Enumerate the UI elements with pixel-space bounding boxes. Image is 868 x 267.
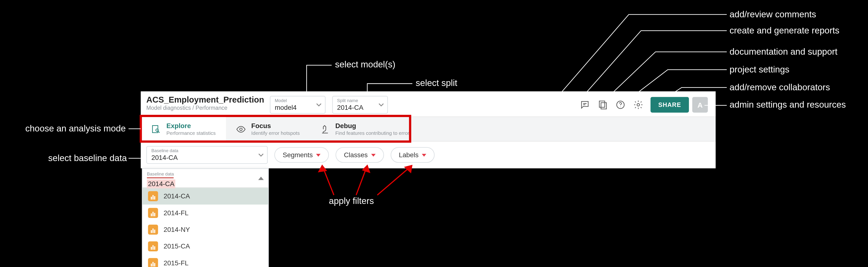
dropdown-option[interactable]: 2014-NY <box>143 221 268 238</box>
model-selector-value: model4 <box>275 104 310 111</box>
tab-focus[interactable]: Focus Identify error hotspots <box>226 117 310 141</box>
classes-label: Classes <box>344 151 368 159</box>
comments-button[interactable] <box>576 96 594 114</box>
tab-focus-title: Focus <box>251 122 300 130</box>
annotation-admin: admin settings and resources <box>730 100 846 110</box>
explore-icon <box>151 124 161 134</box>
help-button[interactable] <box>612 96 629 114</box>
avatar-initial: A <box>698 101 703 109</box>
avatar-button[interactable]: A <box>692 97 708 113</box>
split-selector-label: Split name <box>337 98 373 104</box>
analysis-mode-tabs: Explore Performance statistics Focus Ide… <box>141 117 716 141</box>
labels-filter[interactable]: Labels <box>391 147 435 163</box>
tab-explore-subtitle: Performance statistics <box>166 130 216 136</box>
annotation-select-split: select split <box>415 78 499 88</box>
chevron-down-icon <box>378 102 384 108</box>
split-selector-value: 2014-CA <box>337 104 373 111</box>
dropdown-option-label: 2015-FL <box>164 259 188 267</box>
model-selector-label: Model <box>275 98 310 104</box>
caret-down-icon <box>316 154 321 157</box>
dataset-icon <box>148 224 158 235</box>
dropdown-option[interactable]: 2015-FL <box>143 255 268 267</box>
segments-label: Segments <box>283 151 313 159</box>
app-panel: ACS_Employment_Prediction Model diagnost… <box>141 91 716 168</box>
svg-point-4 <box>637 104 640 106</box>
baseline-dropdown-label: Baseline data <box>147 172 174 179</box>
dataset-icon <box>148 191 158 201</box>
svg-line-14 <box>377 166 412 195</box>
baseline-dropdown-header[interactable]: Baseline data 2014-CA <box>143 169 268 188</box>
model-selector[interactable]: Model model4 <box>270 96 326 114</box>
tab-explore-title: Explore <box>166 122 216 130</box>
annotation-comments: add/review comments <box>730 9 816 20</box>
header-bar: ACS_Employment_Prediction Model diagnost… <box>141 91 716 117</box>
tab-explore[interactable]: Explore Performance statistics <box>141 117 226 141</box>
split-selector[interactable]: Split name 2014-CA <box>332 96 388 114</box>
chevron-up-icon <box>258 177 264 180</box>
eye-icon <box>236 124 246 134</box>
baseline-dropdown-value: 2014-CA <box>147 179 176 188</box>
annotation-reports: create and generate reports <box>730 26 839 36</box>
baseline-value: 2014-CA <box>151 154 253 162</box>
share-button-label: SHARE <box>658 101 681 108</box>
tab-debug[interactable]: Debug Find features contributing to erro… <box>310 117 419 141</box>
chevron-down-icon <box>316 102 321 108</box>
dataset-icon <box>148 208 158 218</box>
title-block: ACS_Employment_Prediction Model diagnost… <box>146 95 264 111</box>
dropdown-option-label: 2015-CA <box>164 242 190 250</box>
caret-down-icon <box>371 154 375 157</box>
svg-point-7 <box>240 128 242 130</box>
annotation-choose-mode: choose an analysis mode <box>3 124 126 134</box>
annotation-collaborators: add/remove collaborators <box>730 83 830 93</box>
project-title: ACS_Employment_Prediction <box>146 95 264 105</box>
labels-label: Labels <box>399 151 418 159</box>
svg-rect-0 <box>599 101 605 107</box>
annotation-apply-filters: apply filters <box>329 196 374 206</box>
dropdown-option-label: 2014-CA <box>164 192 190 200</box>
reports-button[interactable] <box>594 96 612 114</box>
dropdown-option[interactable]: 2014-CA <box>143 188 268 205</box>
baseline-dropdown-open: Baseline data 2014-CA 2014-CA 2014-FL 20… <box>142 168 269 267</box>
segments-filter[interactable]: Segments <box>274 147 329 163</box>
dropdown-option[interactable]: 2014-FL <box>143 205 268 221</box>
dataset-icon <box>148 241 158 251</box>
filter-bar: Baseline data 2014-CA Segments Classes L… <box>141 141 716 168</box>
svg-point-3 <box>620 107 621 107</box>
settings-button[interactable] <box>629 96 647 114</box>
share-button[interactable]: SHARE <box>650 97 689 113</box>
breadcrumb: Model diagnostics / Performance <box>146 105 264 111</box>
baseline-label: Baseline data <box>151 148 253 154</box>
dropdown-option-label: 2014-NY <box>164 226 190 234</box>
tab-debug-title: Debug <box>335 122 409 130</box>
svg-rect-1 <box>601 103 607 109</box>
caret-down-icon <box>422 154 427 157</box>
tab-debug-subtitle: Find features contributing to error <box>335 130 409 136</box>
classes-filter[interactable]: Classes <box>336 147 384 163</box>
dropdown-option[interactable]: 2015-CA <box>143 238 268 255</box>
dropdown-option-label: 2014-FL <box>164 209 188 217</box>
annotation-docs: documentation and support <box>730 47 837 57</box>
tab-focus-subtitle: Identify error hotspots <box>251 130 300 136</box>
annotation-settings: project settings <box>730 65 789 75</box>
chevron-down-icon <box>258 152 264 158</box>
dataset-icon <box>148 258 158 267</box>
annotation-select-models: select model(s) <box>335 60 446 70</box>
microscope-icon <box>320 124 330 134</box>
baseline-data-selector[interactable]: Baseline data 2014-CA <box>146 146 268 164</box>
annotation-select-baseline: select baseline data <box>27 153 127 163</box>
svg-line-12 <box>356 166 367 195</box>
svg-line-10 <box>322 166 334 195</box>
